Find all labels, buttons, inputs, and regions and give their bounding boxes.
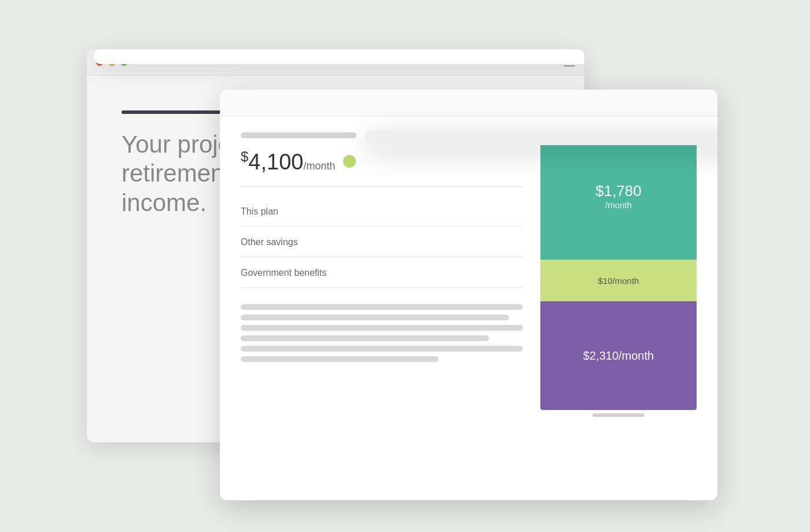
this-plan-unit: /month	[605, 200, 632, 210]
total-row: $4,100/month	[241, 149, 523, 175]
income-row-other-savings[interactable]: Other savings	[241, 227, 523, 257]
skeleton-text-block	[241, 304, 523, 362]
income-row-government[interactable]: Government benefits	[241, 257, 523, 288]
top-divider	[241, 186, 523, 187]
bar-other-savings: $10/month	[540, 260, 697, 301]
scrollbar-stub	[592, 413, 645, 417]
text-line-1	[241, 304, 523, 310]
back-url-bar[interactable]	[94, 49, 584, 64]
other-savings-label: Other savings	[241, 237, 523, 247]
right-panel-chart: $1,780 /month $10/month $2,310/month	[540, 132, 697, 417]
income-row-this-plan[interactable]: This plan	[241, 196, 523, 227]
other-savings-amount: $10/month	[598, 276, 639, 286]
front-browser-window: $4,100/month This plan Other savings Gov…	[220, 90, 717, 500]
dollar-sign: $	[241, 149, 248, 164]
back-browser-titlebar	[87, 49, 584, 76]
front-url-bar[interactable]	[365, 130, 717, 145]
total-value: 4,100	[248, 150, 303, 174]
bar-government-benefits: $2,310/month	[540, 301, 697, 410]
headline-bar	[122, 110, 226, 114]
scene: Your projected retirement income. $4,100…	[87, 49, 723, 483]
this-plan-label: This plan	[241, 206, 523, 217]
text-line-5	[241, 346, 523, 352]
this-plan-amount: $1,780	[595, 182, 642, 200]
breadcrumb-bar	[241, 132, 356, 138]
text-line-3	[241, 325, 523, 331]
left-panel: $4,100/month This plan Other savings Gov…	[241, 132, 540, 417]
total-amount: $4,100/month	[241, 149, 335, 175]
text-line-6	[241, 356, 439, 362]
text-line-4	[241, 335, 489, 341]
green-status-dot	[343, 155, 356, 168]
front-browser-content: $4,100/month This plan Other savings Gov…	[220, 116, 717, 433]
government-amount: $2,310/month	[583, 349, 654, 363]
government-benefits-label: Government benefits	[241, 268, 523, 278]
text-line-2	[241, 315, 509, 320]
per-month-label: /month	[303, 160, 335, 172]
front-browser-titlebar	[220, 90, 717, 116]
bar-this-plan: $1,780 /month	[540, 132, 697, 260]
